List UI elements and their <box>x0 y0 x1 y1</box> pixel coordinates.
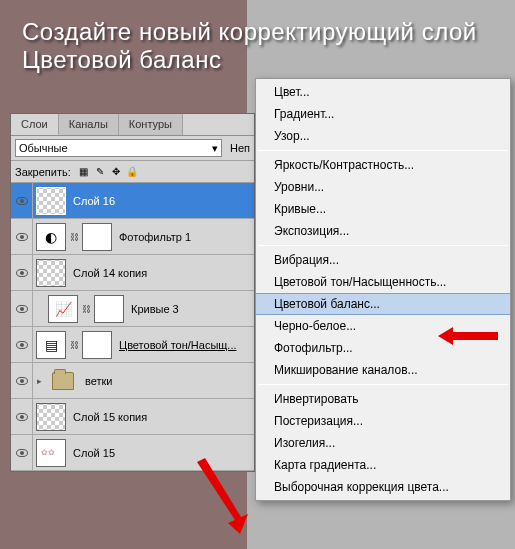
eye-icon <box>16 233 28 241</box>
layers-list: Слой 16◐⛓Фотофильтр 1Слой 14 копия📈⛓Крив… <box>11 183 254 471</box>
menu-item[interactable]: Постеризация... <box>256 410 510 432</box>
layer-name-label[interactable]: Слой 16 <box>73 195 115 207</box>
layer-name-label[interactable]: Цветовой тон/Насыщ... <box>119 339 237 351</box>
layer-row[interactable]: Слой 16 <box>11 183 254 219</box>
visibility-toggle[interactable] <box>11 363 33 398</box>
folder-icon <box>48 367 78 395</box>
svg-marker-1 <box>197 458 248 534</box>
menu-item[interactable]: Вибрация... <box>256 249 510 271</box>
lock-transparency-icon[interactable]: ▦ <box>77 165 91 179</box>
layer-thumb[interactable] <box>36 187 66 215</box>
adjustment-thumb[interactable]: 📈 <box>48 295 78 323</box>
visibility-toggle[interactable] <box>11 327 33 362</box>
eye-icon <box>16 197 28 205</box>
mask-thumb[interactable] <box>82 223 112 251</box>
adjustment-layer-menu: Цвет...Градиент...Узор...Яркость/Контрас… <box>255 78 511 501</box>
opacity-label: Неп <box>230 142 250 154</box>
menu-item[interactable]: Яркость/Контрастность... <box>256 154 510 176</box>
visibility-toggle[interactable] <box>11 435 33 470</box>
lock-brush-icon[interactable]: ✎ <box>93 165 107 179</box>
layers-panel: Слои Каналы Контуры Обычные ▾ Неп Закреп… <box>10 113 255 472</box>
layer-thumb[interactable]: ✿✿ <box>36 439 66 467</box>
menu-item[interactable]: Экспозиция... <box>256 220 510 242</box>
svg-marker-0 <box>438 327 498 345</box>
red-arrow-1 <box>438 324 498 348</box>
red-arrow-2 <box>190 454 250 534</box>
layer-row[interactable]: ▤⛓Цветовой тон/Насыщ... <box>11 327 254 363</box>
menu-separator <box>258 245 508 246</box>
menu-item[interactable]: Инвертировать <box>256 388 510 410</box>
layer-name-label[interactable]: Слой 15 <box>73 447 115 459</box>
link-icon[interactable]: ⛓ <box>69 232 79 242</box>
menu-separator <box>258 150 508 151</box>
eye-icon <box>16 413 28 421</box>
layer-name-label[interactable]: ветки <box>85 375 112 387</box>
menu-item[interactable]: Изогелия... <box>256 432 510 454</box>
link-icon[interactable]: ⛓ <box>69 340 79 350</box>
adjustment-thumb[interactable]: ◐ <box>36 223 66 251</box>
menu-item[interactable]: Узор... <box>256 125 510 147</box>
visibility-toggle[interactable] <box>11 183 33 218</box>
blend-mode-value: Обычные <box>19 142 68 154</box>
lock-all-icon[interactable]: 🔒 <box>125 165 139 179</box>
tab-layers[interactable]: Слои <box>11 114 59 135</box>
lock-row: Закрепить: ▦ ✎ ✥ 🔒 <box>11 161 254 183</box>
menu-item[interactable]: Градиент... <box>256 103 510 125</box>
visibility-toggle[interactable] <box>11 399 33 434</box>
layer-name-label[interactable]: Слой 15 копия <box>73 411 147 423</box>
menu-item[interactable]: Кривые... <box>256 198 510 220</box>
layer-name-label[interactable]: Слой 14 копия <box>73 267 147 279</box>
adjustment-thumb[interactable]: ▤ <box>36 331 66 359</box>
tab-paths[interactable]: Контуры <box>119 114 183 135</box>
menu-item[interactable]: Цветовой тон/Насыщенность... <box>256 271 510 293</box>
panel-tabs: Слои Каналы Контуры <box>11 114 254 136</box>
menu-item[interactable]: Микширование каналов... <box>256 359 510 381</box>
eye-icon <box>16 269 28 277</box>
menu-item[interactable]: Цвет... <box>256 81 510 103</box>
menu-item[interactable]: Уровни... <box>256 176 510 198</box>
eye-icon <box>16 449 28 457</box>
chevron-down-icon: ▾ <box>212 142 218 155</box>
eye-icon <box>16 377 28 385</box>
visibility-toggle[interactable] <box>11 291 33 326</box>
layer-row[interactable]: 📈⛓Кривые 3 <box>11 291 254 327</box>
link-icon[interactable]: ⛓ <box>81 304 91 314</box>
lock-label: Закрепить: <box>15 166 71 178</box>
lock-position-icon[interactable]: ✥ <box>109 165 123 179</box>
mask-thumb[interactable] <box>94 295 124 323</box>
visibility-toggle[interactable] <box>11 219 33 254</box>
layer-name-label[interactable]: Фотофильтр 1 <box>119 231 191 243</box>
folder-toggle-icon[interactable]: ▸ <box>33 376 45 386</box>
menu-separator <box>258 384 508 385</box>
layer-row[interactable]: ◐⛓Фотофильтр 1 <box>11 219 254 255</box>
eye-icon <box>16 341 28 349</box>
eye-icon <box>16 305 28 313</box>
blend-row: Обычные ▾ Неп <box>11 136 254 161</box>
blend-mode-select[interactable]: Обычные ▾ <box>15 139 222 157</box>
layer-thumb[interactable] <box>36 403 66 431</box>
menu-item[interactable]: Цветовой баланс... <box>256 293 510 315</box>
visibility-toggle[interactable] <box>11 255 33 290</box>
menu-item[interactable]: Выборочная коррекция цвета... <box>256 476 510 498</box>
tab-channels[interactable]: Каналы <box>59 114 119 135</box>
layer-row[interactable]: Слой 15 копия <box>11 399 254 435</box>
indent-spacer <box>33 291 45 326</box>
mask-thumb[interactable] <box>82 331 112 359</box>
layer-row[interactable]: Слой 14 копия <box>11 255 254 291</box>
layer-row[interactable]: ▸ветки <box>11 363 254 399</box>
instruction-headline: Создайте новый корректирующий слой Цвето… <box>22 18 495 73</box>
menu-item[interactable]: Карта градиента... <box>256 454 510 476</box>
layer-name-label[interactable]: Кривые 3 <box>131 303 179 315</box>
layer-thumb[interactable] <box>36 259 66 287</box>
